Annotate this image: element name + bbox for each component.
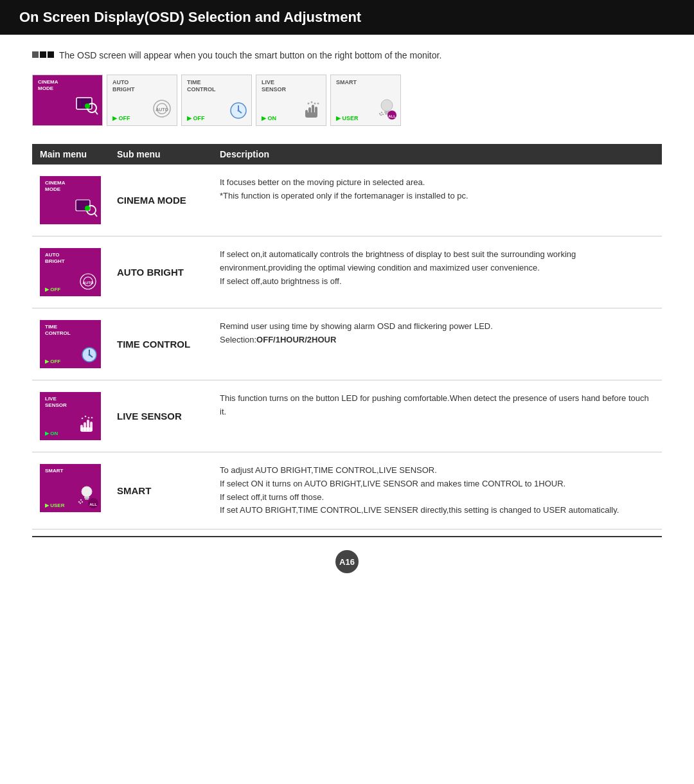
osd-auto-value: ▶ OFF <box>112 115 130 121</box>
svg-text:AUTO: AUTO <box>83 281 94 285</box>
osd-card-auto-bright[interactable]: AUTOBRIGHT ▶ OFF AUTO <box>107 75 177 126</box>
mini-icon-cinema <box>75 197 98 221</box>
main-menu-live-sensor: LIVESENSOR ▶ ON <box>32 380 109 452</box>
submenu-live-label: LIVE SENSOR <box>117 411 182 422</box>
svg-text:ALL: ALL <box>388 114 396 118</box>
intro-note: The OSD screen will appear when you touc… <box>32 50 662 60</box>
osd-smart-icon: ALL <box>377 97 397 122</box>
submenu-smart-label: SMART <box>117 485 151 496</box>
desc-cinema: It focuses better on the moving picture … <box>212 165 662 236</box>
svg-point-45 <box>82 418 84 420</box>
submenu-live-sensor: LIVE SENSOR <box>109 380 212 452</box>
desc-time-control: Remind user using time by showing alarm … <box>212 308 662 380</box>
mini-icon-time <box>80 346 98 366</box>
svg-point-49 <box>82 486 92 497</box>
svg-point-20 <box>381 100 393 111</box>
desc-smart: To adjust AUTO BRIGHT,TIME CONTROL,LIVE … <box>212 452 662 530</box>
mini-icon-live <box>78 413 99 438</box>
bullet-2 <box>40 51 46 58</box>
intro-text: The OSD screen will appear when you touc… <box>59 50 441 60</box>
main-menu-cinema: CINEMAMODE <box>32 165 109 236</box>
main-menu-time-control: TIMECONTROL ▶ OFF <box>32 308 109 380</box>
table-row: TIMECONTROL ▶ OFF TIME CO <box>32 308 662 380</box>
desc-live-text: This function turns on the button LED fo… <box>220 392 654 419</box>
mini-icon-smart: ALL <box>77 484 99 510</box>
osd-time-value: ▶ OFF <box>187 115 205 121</box>
osd-smart-label: SMART <box>336 79 357 86</box>
mini-label-time: TIMECONTROL <box>45 324 71 337</box>
osd-live-value: ▶ ON <box>262 115 276 121</box>
table-row: AUTOBRIGHT ▶ OFF AUTO AUTO BRIGHT <box>32 236 662 308</box>
col-description: Description <box>212 144 662 165</box>
submenu-cinema-label: CINEMA MODE <box>117 195 186 206</box>
osd-time-icon <box>229 101 248 122</box>
header-title: On Screen Display(OSD) Selection and Adj… <box>19 9 361 25</box>
mini-icon-auto: AUTO <box>78 271 98 294</box>
desc-cinema-text: It focuses better on the moving picture … <box>220 176 654 203</box>
col-sub-menu: Sub menu <box>109 144 212 165</box>
mini-card-time-control: TIMECONTROL ▶ OFF <box>40 320 101 368</box>
menu-table: Main menu Sub menu Description CINEMAMOD… <box>32 144 662 530</box>
mini-value-live: ▶ ON <box>45 431 58 436</box>
osd-time-label: TIMECONTROL <box>187 79 216 93</box>
page-footer: A16 <box>32 536 662 580</box>
mini-card-auto-bright: AUTOBRIGHT ▶ OFF AUTO <box>40 248 101 296</box>
svg-text:ALL: ALL <box>89 503 97 506</box>
svg-point-27 <box>380 114 382 116</box>
svg-rect-51 <box>85 499 89 500</box>
svg-point-19 <box>317 103 319 105</box>
page-header: On Screen Display(OSD) Selection and Adj… <box>0 0 694 35</box>
svg-rect-50 <box>84 497 89 499</box>
table-header-row: Main menu Sub menu Description <box>32 144 662 165</box>
osd-card-cinema[interactable]: CINEMAMODE <box>32 75 103 126</box>
mini-label-live: LIVESENSOR <box>45 396 67 409</box>
svg-point-32 <box>85 206 90 211</box>
mini-value-time: ▶ OFF <box>45 359 60 364</box>
svg-point-46 <box>85 416 87 418</box>
main-menu-auto-bright: AUTOBRIGHT ▶ OFF AUTO <box>32 236 109 308</box>
osd-cinema-icon <box>74 94 98 120</box>
mini-card-smart: SMART ▶ USER ALL <box>40 464 101 512</box>
svg-point-56 <box>80 503 81 504</box>
bullet-3 <box>48 51 54 58</box>
osd-live-icon <box>303 98 323 122</box>
osd-auto-label: AUTOBRIGHT <box>112 79 135 93</box>
mini-label-cinema: CINEMAMODE <box>45 180 66 193</box>
mini-label-auto: AUTOBRIGHT <box>45 252 65 265</box>
submenu-time-label: TIME CONTROL <box>117 339 190 350</box>
svg-point-48 <box>91 417 93 419</box>
svg-line-31 <box>94 213 97 217</box>
desc-live-sensor: This function turns on the button LED fo… <box>212 380 662 452</box>
osd-card-time-control[interactable]: TIMECONTROL ▶ OFF <box>181 75 252 126</box>
svg-line-2 <box>95 111 98 114</box>
mini-card-live-sensor: LIVESENSOR ▶ ON <box>40 392 101 440</box>
page-content: The OSD screen will appear when you touc… <box>0 50 694 599</box>
svg-point-17 <box>311 102 313 103</box>
svg-point-3 <box>85 103 90 109</box>
table-row: SMART ▶ USER ALL <box>32 452 662 530</box>
submenu-smart: SMART <box>109 452 212 530</box>
svg-text:AUTO: AUTO <box>156 107 168 112</box>
desc-smart-text: To adjust AUTO BRIGHT,TIME CONTROL,LIVE … <box>220 464 654 517</box>
svg-rect-44 <box>80 427 93 432</box>
osd-auto-icon: AUTO <box>151 98 173 121</box>
svg-point-16 <box>308 103 310 105</box>
table-row: CINEMAMODE CINEMA MODE <box>32 165 662 236</box>
submenu-time-control: TIME CONTROL <box>109 308 212 380</box>
mini-label-smart: SMART <box>45 468 63 474</box>
bullet-1 <box>32 51 39 58</box>
osd-cinema-label: CINEMAMODE <box>38 79 58 93</box>
submenu-auto-label: AUTO BRIGHT <box>117 267 184 278</box>
osd-card-live-sensor[interactable]: LIVESENSOR ▶ ON <box>256 75 326 126</box>
mini-value-smart: ▶ USER <box>45 503 64 508</box>
svg-point-25 <box>379 113 380 114</box>
mini-value-auto: ▶ OFF <box>45 287 60 292</box>
osd-card-smart[interactable]: SMART ▶ USER ALL <box>330 75 401 126</box>
svg-rect-15 <box>305 112 317 118</box>
svg-point-18 <box>314 103 316 105</box>
svg-point-26 <box>381 112 382 113</box>
svg-point-39 <box>89 354 91 356</box>
submenu-cinema: CINEMA MODE <box>109 165 212 236</box>
page-number: A16 <box>335 550 359 573</box>
osd-smart-value: ▶ USER <box>336 115 359 121</box>
